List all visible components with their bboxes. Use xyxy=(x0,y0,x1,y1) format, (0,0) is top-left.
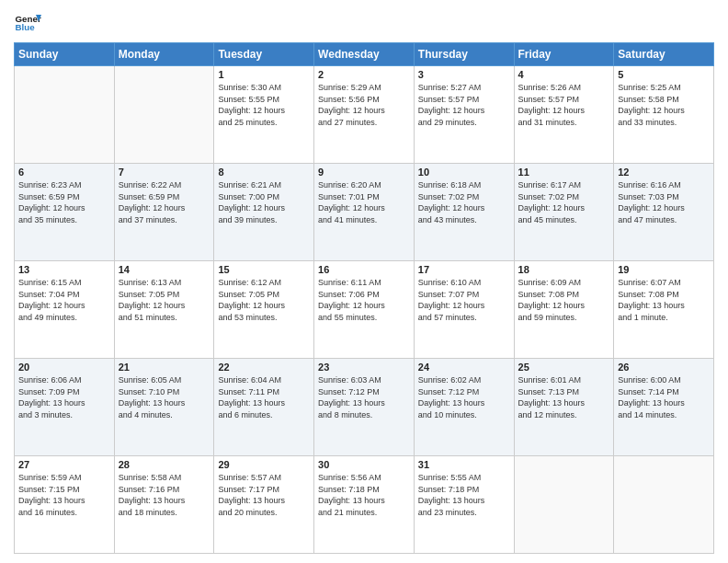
calendar-cell: 29Sunrise: 5:57 AM Sunset: 7:17 PM Dayli… xyxy=(214,456,314,554)
day-number: 7 xyxy=(119,167,210,178)
logo: General Blue xyxy=(14,9,41,37)
header: General Blue xyxy=(14,9,714,37)
day-number: 28 xyxy=(119,459,210,470)
weekday-header-saturday: Saturday xyxy=(614,43,714,66)
weekday-header-wednesday: Wednesday xyxy=(314,43,415,66)
day-info: Sunrise: 6:18 AM Sunset: 7:02 PM Dayligh… xyxy=(418,179,510,225)
day-info: Sunrise: 5:29 AM Sunset: 5:56 PM Dayligh… xyxy=(318,82,410,128)
day-number: 17 xyxy=(418,264,510,275)
calendar-cell xyxy=(114,66,214,164)
day-info: Sunrise: 6:09 AM Sunset: 7:08 PM Dayligh… xyxy=(518,277,610,323)
day-number: 21 xyxy=(119,362,210,373)
calendar-week-row: 13Sunrise: 6:15 AM Sunset: 7:04 PM Dayli… xyxy=(15,261,714,359)
day-info: Sunrise: 5:56 AM Sunset: 7:18 PM Dayligh… xyxy=(318,472,410,518)
weekday-header-friday: Friday xyxy=(514,43,614,66)
day-number: 14 xyxy=(119,264,210,275)
calendar-cell: 16Sunrise: 6:11 AM Sunset: 7:06 PM Dayli… xyxy=(314,261,415,359)
day-info: Sunrise: 6:10 AM Sunset: 7:07 PM Dayligh… xyxy=(418,277,510,323)
day-number: 12 xyxy=(618,167,710,178)
day-number: 11 xyxy=(518,167,610,178)
day-number: 9 xyxy=(318,167,410,178)
calendar-cell xyxy=(514,456,614,554)
calendar-cell: 6Sunrise: 6:23 AM Sunset: 6:59 PM Daylig… xyxy=(15,164,115,261)
logo-icon: General Blue xyxy=(14,9,41,37)
day-number: 4 xyxy=(518,69,610,80)
day-info: Sunrise: 5:55 AM Sunset: 7:18 PM Dayligh… xyxy=(418,472,510,518)
calendar-cell: 15Sunrise: 6:12 AM Sunset: 7:05 PM Dayli… xyxy=(214,261,314,359)
day-info: Sunrise: 6:07 AM Sunset: 7:08 PM Dayligh… xyxy=(618,277,710,323)
calendar-cell xyxy=(15,66,115,164)
page: General Blue SundayMondayTuesdayWednesda… xyxy=(0,0,728,563)
day-info: Sunrise: 5:27 AM Sunset: 5:57 PM Dayligh… xyxy=(418,82,510,128)
calendar-cell: 5Sunrise: 5:25 AM Sunset: 5:58 PM Daylig… xyxy=(614,66,714,164)
day-number: 23 xyxy=(318,362,410,373)
day-number: 8 xyxy=(218,167,310,178)
day-info: Sunrise: 6:13 AM Sunset: 7:05 PM Dayligh… xyxy=(119,277,210,323)
weekday-header-thursday: Thursday xyxy=(414,43,514,66)
weekday-header-tuesday: Tuesday xyxy=(214,43,314,66)
calendar-cell: 12Sunrise: 6:16 AM Sunset: 7:03 PM Dayli… xyxy=(614,164,714,261)
calendar-cell: 11Sunrise: 6:17 AM Sunset: 7:02 PM Dayli… xyxy=(514,164,614,261)
day-number: 6 xyxy=(18,167,110,178)
day-number: 25 xyxy=(518,362,610,373)
day-number: 29 xyxy=(218,459,310,470)
day-info: Sunrise: 5:58 AM Sunset: 7:16 PM Dayligh… xyxy=(119,472,210,518)
calendar-week-row: 20Sunrise: 6:06 AM Sunset: 7:09 PM Dayli… xyxy=(15,359,714,456)
day-number: 24 xyxy=(418,362,510,373)
day-info: Sunrise: 5:26 AM Sunset: 5:57 PM Dayligh… xyxy=(518,82,610,128)
calendar-cell: 21Sunrise: 6:05 AM Sunset: 7:10 PM Dayli… xyxy=(114,359,214,456)
calendar-cell: 18Sunrise: 6:09 AM Sunset: 7:08 PM Dayli… xyxy=(514,261,614,359)
calendar-cell: 20Sunrise: 6:06 AM Sunset: 7:09 PM Dayli… xyxy=(15,359,115,456)
calendar-cell: 13Sunrise: 6:15 AM Sunset: 7:04 PM Dayli… xyxy=(15,261,115,359)
calendar-cell: 4Sunrise: 5:26 AM Sunset: 5:57 PM Daylig… xyxy=(514,66,614,164)
weekday-header-sunday: Sunday xyxy=(15,43,115,66)
day-info: Sunrise: 5:57 AM Sunset: 7:17 PM Dayligh… xyxy=(218,472,310,518)
calendar-cell: 1Sunrise: 5:30 AM Sunset: 5:55 PM Daylig… xyxy=(214,66,314,164)
day-info: Sunrise: 6:04 AM Sunset: 7:11 PM Dayligh… xyxy=(218,374,310,420)
calendar-cell xyxy=(614,456,714,554)
day-info: Sunrise: 6:21 AM Sunset: 7:00 PM Dayligh… xyxy=(218,179,310,225)
svg-text:Blue: Blue xyxy=(16,22,36,32)
calendar-cell: 14Sunrise: 6:13 AM Sunset: 7:05 PM Dayli… xyxy=(114,261,214,359)
day-info: Sunrise: 6:06 AM Sunset: 7:09 PM Dayligh… xyxy=(18,374,110,420)
day-info: Sunrise: 6:01 AM Sunset: 7:13 PM Dayligh… xyxy=(518,374,610,420)
calendar-cell: 22Sunrise: 6:04 AM Sunset: 7:11 PM Dayli… xyxy=(214,359,314,456)
calendar-cell: 9Sunrise: 6:20 AM Sunset: 7:01 PM Daylig… xyxy=(314,164,415,261)
day-number: 26 xyxy=(618,362,710,373)
calendar-cell: 10Sunrise: 6:18 AM Sunset: 7:02 PM Dayli… xyxy=(414,164,514,261)
calendar-cell: 2Sunrise: 5:29 AM Sunset: 5:56 PM Daylig… xyxy=(314,66,415,164)
calendar-cell: 30Sunrise: 5:56 AM Sunset: 7:18 PM Dayli… xyxy=(314,456,415,554)
day-info: Sunrise: 6:11 AM Sunset: 7:06 PM Dayligh… xyxy=(318,277,410,323)
calendar-cell: 31Sunrise: 5:55 AM Sunset: 7:18 PM Dayli… xyxy=(414,456,514,554)
calendar-week-row: 1Sunrise: 5:30 AM Sunset: 5:55 PM Daylig… xyxy=(15,66,714,164)
calendar-cell: 3Sunrise: 5:27 AM Sunset: 5:57 PM Daylig… xyxy=(414,66,514,164)
day-info: Sunrise: 6:20 AM Sunset: 7:01 PM Dayligh… xyxy=(318,179,410,225)
day-number: 2 xyxy=(318,69,410,80)
weekday-header-row: SundayMondayTuesdayWednesdayThursdayFrid… xyxy=(15,43,714,66)
calendar-cell: 28Sunrise: 5:58 AM Sunset: 7:16 PM Dayli… xyxy=(114,456,214,554)
day-info: Sunrise: 6:16 AM Sunset: 7:03 PM Dayligh… xyxy=(618,179,710,225)
calendar-cell: 7Sunrise: 6:22 AM Sunset: 6:59 PM Daylig… xyxy=(114,164,214,261)
calendar-cell: 24Sunrise: 6:02 AM Sunset: 7:12 PM Dayli… xyxy=(414,359,514,456)
calendar-week-row: 27Sunrise: 5:59 AM Sunset: 7:15 PM Dayli… xyxy=(15,456,714,554)
day-info: Sunrise: 6:00 AM Sunset: 7:14 PM Dayligh… xyxy=(618,374,710,420)
day-info: Sunrise: 5:25 AM Sunset: 5:58 PM Dayligh… xyxy=(618,82,710,128)
day-number: 27 xyxy=(18,459,110,470)
day-info: Sunrise: 6:15 AM Sunset: 7:04 PM Dayligh… xyxy=(18,277,110,323)
day-info: Sunrise: 6:02 AM Sunset: 7:12 PM Dayligh… xyxy=(418,374,510,420)
calendar-cell: 26Sunrise: 6:00 AM Sunset: 7:14 PM Dayli… xyxy=(614,359,714,456)
calendar-cell: 19Sunrise: 6:07 AM Sunset: 7:08 PM Dayli… xyxy=(614,261,714,359)
day-number: 13 xyxy=(18,264,110,275)
day-number: 19 xyxy=(618,264,710,275)
day-number: 10 xyxy=(418,167,510,178)
day-number: 20 xyxy=(18,362,110,373)
day-number: 1 xyxy=(218,69,310,80)
calendar-table: SundayMondayTuesdayWednesdayThursdayFrid… xyxy=(14,42,714,554)
weekday-header-monday: Monday xyxy=(114,43,214,66)
day-info: Sunrise: 5:59 AM Sunset: 7:15 PM Dayligh… xyxy=(18,472,110,518)
calendar-cell: 23Sunrise: 6:03 AM Sunset: 7:12 PM Dayli… xyxy=(314,359,415,456)
calendar-week-row: 6Sunrise: 6:23 AM Sunset: 6:59 PM Daylig… xyxy=(15,164,714,261)
calendar-cell: 17Sunrise: 6:10 AM Sunset: 7:07 PM Dayli… xyxy=(414,261,514,359)
day-info: Sunrise: 6:17 AM Sunset: 7:02 PM Dayligh… xyxy=(518,179,610,225)
day-number: 3 xyxy=(418,69,510,80)
